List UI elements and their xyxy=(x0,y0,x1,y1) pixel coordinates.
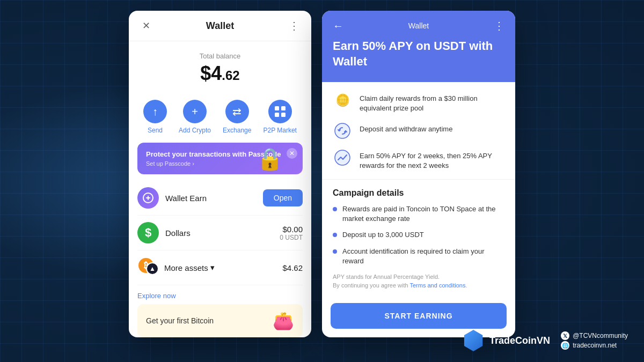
benefit-list: 🪙 Claim daily rewards from a $30 million… xyxy=(322,82,515,180)
exchange-icon: ⇄ xyxy=(225,100,249,123)
more-assets-name: More assets ▾ xyxy=(164,263,282,272)
add-crypto-button[interactable]: + Add Crypto xyxy=(179,100,211,134)
p2p-button[interactable]: P2P Market xyxy=(263,100,296,134)
passcode-close-button[interactable]: ✕ xyxy=(287,148,297,159)
benefit-text-1: Deposit and withdraw anytime xyxy=(360,121,452,134)
terms-link[interactable]: Terms and conditions xyxy=(410,282,466,289)
logo-badge: TradeCoinVN xyxy=(463,330,550,351)
wallet-more-button[interactable]: ⋮ xyxy=(288,19,301,32)
earn-header-title: Wallet xyxy=(408,21,429,30)
campaign-text-2: Account identification is required to cl… xyxy=(342,247,504,266)
passcode-banner: Protect your transactions with Passcode … xyxy=(137,143,303,174)
more-assets-value: $4.62 xyxy=(282,263,303,272)
dollars-secondary: 0 USDT xyxy=(280,234,303,241)
earn-header: ← Wallet ⋮ Earn 50% APY on USDT with Wal… xyxy=(322,11,515,82)
send-label: Send xyxy=(148,127,163,134)
asset-list: Wallet Earn Open $ Dollars $0.00 0 USDT … xyxy=(129,181,311,285)
dollars-value: $0.00 0 USDT xyxy=(280,225,303,241)
globe-icon: 🌐 xyxy=(561,341,569,350)
campaign-section: Campaign details Rewards are paid in Ton… xyxy=(322,180,515,299)
campaign-item-1: Deposit up to 3,000 USDT xyxy=(333,230,504,240)
benefit-text-2: Earn 50% APY for 2 weeks, then 25% APY r… xyxy=(360,148,504,171)
add-crypto-icon: + xyxy=(183,100,207,123)
balance-amount: $4.62 xyxy=(140,62,301,85)
add-crypto-label: Add Crypto xyxy=(179,127,211,134)
website-text: tradecoinvn.net xyxy=(573,342,617,349)
campaign-title: Campaign details xyxy=(333,188,504,198)
twitter-item: 𝕏 @TCVNcommunity xyxy=(561,331,628,340)
svg-rect-3 xyxy=(281,113,286,117)
logo-area: TradeCoinVN 𝕏 @TCVNcommunity 🌐 tradecoin… xyxy=(463,330,628,351)
action-buttons: ↑ Send + Add Crypto ⇄ Exchange xyxy=(129,95,311,143)
explore-label[interactable]: Explore now xyxy=(137,292,303,300)
bullet-0 xyxy=(333,207,337,211)
svg-rect-1 xyxy=(281,106,286,110)
benefit-text-0: Claim daily rewards from a $30 million e… xyxy=(360,91,504,113)
wallet-panel: ✕ Wallet ⋮ Total balance $4.62 ↑ Send + … xyxy=(129,11,311,337)
earn-asset-name: Wallet Earn xyxy=(165,194,263,203)
explore-section: Explore now Get your first Bitcoin 👛 xyxy=(129,285,311,337)
earn-body: 🪙 Claim daily rewards from a $30 million… xyxy=(322,82,515,329)
earn-more-button[interactable]: ⋮ xyxy=(494,19,504,32)
asset-row-dollars[interactable]: $ Dollars $0.00 0 USDT xyxy=(137,216,303,250)
logo-hex-icon xyxy=(463,330,484,351)
bullet-2 xyxy=(333,249,337,254)
more-assets-icon: ₿ ▲ xyxy=(137,257,164,278)
campaign-text-0: Rewards are paid in Toncoin to TON Space… xyxy=(342,204,504,224)
earn-header-top: ← Wallet ⋮ xyxy=(333,19,504,32)
svg-point-5 xyxy=(335,123,350,138)
p2p-label: P2P Market xyxy=(263,127,296,134)
benefit-icon-0: 🪙 xyxy=(333,91,352,110)
earn-panel: ← Wallet ⋮ Earn 50% APY on USDT with Wal… xyxy=(322,11,515,337)
dollars-icon: $ xyxy=(137,222,159,243)
disclaimer: APY stands for Annual Percentage Yield. … xyxy=(333,272,504,290)
benefit-item-2: Earn 50% APY for 2 weeks, then 25% APY r… xyxy=(333,148,504,171)
earn-headline: Earn 50% APY on USDT with Wallet xyxy=(333,39,504,69)
chevron-down-icon: ▾ xyxy=(210,263,215,272)
balance-label: Total balance xyxy=(140,52,301,60)
panels-container: ✕ Wallet ⋮ Total balance $4.62 ↑ Send + … xyxy=(0,11,644,337)
benefit-icon-1 xyxy=(333,121,352,141)
svg-point-6 xyxy=(335,150,350,165)
twitter-icon: 𝕏 xyxy=(561,331,569,340)
p2p-icon xyxy=(268,100,292,123)
website-item: 🌐 tradecoinvn.net xyxy=(561,341,628,350)
wallet-title: Wallet xyxy=(206,20,234,32)
dollars-asset-name: Dollars xyxy=(165,228,280,238)
asset-row-more[interactable]: ₿ ▲ More assets ▾ $4.62 xyxy=(137,250,303,285)
close-button[interactable]: ✕ xyxy=(140,19,152,32)
campaign-text-1: Deposit up to 3,000 USDT xyxy=(342,230,424,240)
earn-open-button[interactable]: Open xyxy=(263,189,303,206)
bitcoin-emoji-icon: 👛 xyxy=(273,311,294,331)
twitter-handle: @TCVNcommunity xyxy=(573,332,628,339)
benefit-icon-2 xyxy=(333,148,352,167)
social-area: 𝕏 @TCVNcommunity 🌐 tradecoinvn.net xyxy=(561,331,628,350)
back-button[interactable]: ← xyxy=(333,20,343,32)
passcode-lock-icon: 🔒 xyxy=(257,146,283,171)
logo-name: TradeCoinVN xyxy=(489,335,550,346)
campaign-item-2: Account identification is required to cl… xyxy=(333,247,504,266)
send-button[interactable]: ↑ Send xyxy=(143,100,167,134)
dollars-primary: $0.00 xyxy=(280,225,303,234)
more-primary: $4.62 xyxy=(282,263,303,272)
campaign-item-0: Rewards are paid in Toncoin to TON Space… xyxy=(333,204,504,224)
svg-rect-2 xyxy=(275,113,279,117)
exchange-button[interactable]: ⇄ Exchange xyxy=(223,100,251,134)
bitcoin-card[interactable]: Get your first Bitcoin 👛 xyxy=(137,304,303,337)
balance-section: Total balance $4.62 xyxy=(129,41,311,95)
benefit-item-1: Deposit and withdraw anytime xyxy=(333,121,504,141)
svg-rect-0 xyxy=(275,106,279,110)
earn-icon xyxy=(137,187,159,209)
asset-row-earn[interactable]: Wallet Earn Open xyxy=(137,181,303,216)
start-earning-button[interactable]: START EARNING xyxy=(331,303,507,329)
send-icon: ↑ xyxy=(143,100,167,123)
exchange-label: Exchange xyxy=(223,127,251,134)
bitcoin-card-text: Get your first Bitcoin xyxy=(146,316,214,325)
bullet-1 xyxy=(333,233,337,237)
benefit-item-0: 🪙 Claim daily rewards from a $30 million… xyxy=(333,91,504,113)
wallet-header: ✕ Wallet ⋮ xyxy=(129,11,311,41)
